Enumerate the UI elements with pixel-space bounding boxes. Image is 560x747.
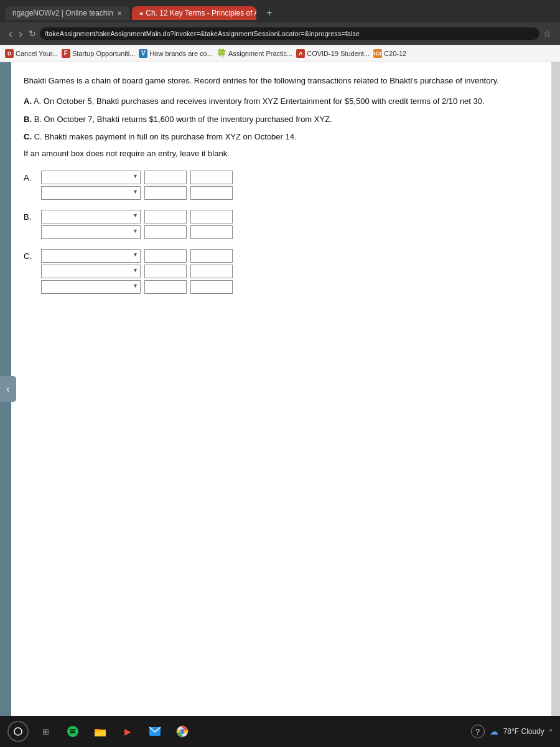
help-button[interactable]: ? xyxy=(471,725,485,738)
bookmark-covid-label: COVID-19 Student... xyxy=(307,50,370,57)
section-b-account2[interactable] xyxy=(41,225,141,239)
section-b-row2: ▼ xyxy=(24,225,533,239)
section-b-credit2[interactable] xyxy=(190,225,233,239)
section-c-debit1[interactable] xyxy=(144,249,187,263)
section-b-account1[interactable] xyxy=(41,210,141,223)
weather-icon: ☁ xyxy=(490,726,498,736)
question-part-b: B. B. On October 7, Bhakti returns $1,60… xyxy=(24,113,533,126)
section-c: C. ▼ ▼ xyxy=(24,249,533,294)
section-a-dropdown2-wrapper: ▼ xyxy=(41,186,141,200)
section-a: A. ▼ ▼ xyxy=(24,171,533,200)
question-part-c: C. C. Bhakti makes payment in full on it… xyxy=(24,131,533,144)
section-c-debit3[interactable] xyxy=(144,280,187,294)
section-a-row2: ▼ xyxy=(24,186,533,200)
section-b-debit1[interactable] xyxy=(144,210,187,223)
spotify-button[interactable] xyxy=(62,721,83,742)
tab-close[interactable]: ✕ xyxy=(117,10,122,17)
section-c-credit2[interactable] xyxy=(190,265,233,278)
tab-label-active: Ch. 12 Key Terms - Principles of A xyxy=(146,9,256,17)
question-part-a: A. A. On October 5, Bhakti purchases and… xyxy=(24,95,533,108)
svg-point-8 xyxy=(180,730,184,733)
task-view-button[interactable]: ⊞ xyxy=(35,721,56,742)
main-content: Bhakti Games is a chain of board game st… xyxy=(11,62,551,716)
bookmark-c20-icon: HCC xyxy=(373,49,382,58)
chevron-up-icon[interactable]: ^ xyxy=(549,728,553,735)
bookmark-brands[interactable]: V How brands are co... xyxy=(139,49,213,58)
svg-rect-4 xyxy=(95,729,100,731)
file-explorer-button[interactable] xyxy=(90,721,111,742)
right-panel xyxy=(551,62,560,716)
bookmark-brands-label: How brands are co... xyxy=(149,50,213,57)
section-c-row1: C. ▼ xyxy=(24,249,533,263)
bookmark-covid-icon: A xyxy=(296,49,305,58)
section-a-credit2[interactable] xyxy=(190,186,233,200)
new-tab-button[interactable]: + xyxy=(260,5,278,21)
section-c-credit3[interactable] xyxy=(190,280,233,294)
section-a-label: A. xyxy=(24,173,37,182)
collapse-button[interactable]: ‹ xyxy=(0,376,16,402)
svg-rect-3 xyxy=(95,731,106,736)
section-c-account2[interactable] xyxy=(41,265,141,278)
section-a-debit2[interactable] xyxy=(144,186,187,200)
section-a-account1[interactable] xyxy=(41,171,141,184)
left-sidebar: ‹ xyxy=(0,62,11,716)
bookmark-button[interactable]: ☆ xyxy=(539,29,555,39)
question-instruction: If an amount box does not require an ent… xyxy=(24,149,533,158)
forward-button[interactable]: › xyxy=(16,27,25,40)
svg-point-0 xyxy=(14,728,22,735)
chrome-button[interactable] xyxy=(172,721,193,742)
bookmark-cancel-icon: o xyxy=(5,49,14,58)
taskbar: ⊞ ▶ xyxy=(0,716,560,747)
system-tray: ? ☁ 78°F Cloudy ^ xyxy=(471,725,553,738)
bookmark-startup-label: Startup Opportuniti... xyxy=(72,50,136,57)
section-a-credit1[interactable] xyxy=(190,171,233,184)
bookmark-startup[interactable]: F Startup Opportuniti... xyxy=(62,49,136,58)
tab-ch12[interactable]: ≡ Ch. 12 Key Terms - Principles of A ✕ xyxy=(132,6,256,20)
taskbar-app1[interactable]: ▶ xyxy=(117,721,138,742)
section-b-row1: B. ▼ xyxy=(24,210,533,223)
section-b: B. ▼ ▼ xyxy=(24,210,533,239)
tab-label: ngageNOWv2 | Online teachin xyxy=(12,9,113,17)
bookmark-covid[interactable]: A COVID-19 Student... xyxy=(296,49,370,58)
tab-engagenow[interactable]: ngageNOWv2 | Online teachin ✕ xyxy=(5,6,129,20)
section-a-row1: A. ▼ xyxy=(24,171,533,184)
section-c-debit2[interactable] xyxy=(144,265,187,278)
section-c-label: C. xyxy=(24,251,37,261)
section-c-account1[interactable] xyxy=(41,249,141,263)
back-button[interactable]: ‹ xyxy=(5,27,16,40)
section-b-credit1[interactable] xyxy=(190,210,233,223)
question-intro: Bhakti Games is a chain of board game st… xyxy=(24,75,533,88)
bookmark-c20-label: C20-12 xyxy=(384,50,406,57)
address-bar[interactable] xyxy=(40,27,539,40)
bookmark-assignment-icon: 🍀 xyxy=(217,49,226,58)
bookmark-c20[interactable]: HCC C20-12 xyxy=(373,49,406,58)
section-c-account3[interactable] xyxy=(41,280,141,294)
section-c-row2: ▼ xyxy=(24,265,533,278)
bookmark-assignment-label: Assignment Practic... xyxy=(228,50,292,57)
mail-button[interactable] xyxy=(144,721,166,742)
bookmark-cancel[interactable]: o Cancel Your... xyxy=(5,49,58,58)
section-b-debit2[interactable] xyxy=(144,225,187,239)
bookmarks-bar: o Cancel Your... F Startup Opportuniti..… xyxy=(0,45,560,62)
bookmark-startup-icon: F xyxy=(62,49,70,58)
section-a-dropdown1-wrapper: ▼ xyxy=(41,171,141,184)
section-a-account2[interactable] xyxy=(41,186,141,200)
start-button[interactable] xyxy=(7,721,29,742)
section-a-debit1[interactable] xyxy=(144,171,187,184)
section-b-label: B. xyxy=(24,212,37,222)
bookmark-brands-icon: V xyxy=(139,49,147,58)
bookmark-cancel-label: Cancel Your... xyxy=(16,50,58,57)
section-c-row3: ▼ xyxy=(24,280,533,294)
refresh-button[interactable]: ↻ xyxy=(25,29,40,39)
bookmark-assignment[interactable]: 🍀 Assignment Practic... xyxy=(217,49,292,58)
weather-text: 78°F Cloudy xyxy=(503,727,544,736)
section-c-credit1[interactable] xyxy=(190,249,233,263)
